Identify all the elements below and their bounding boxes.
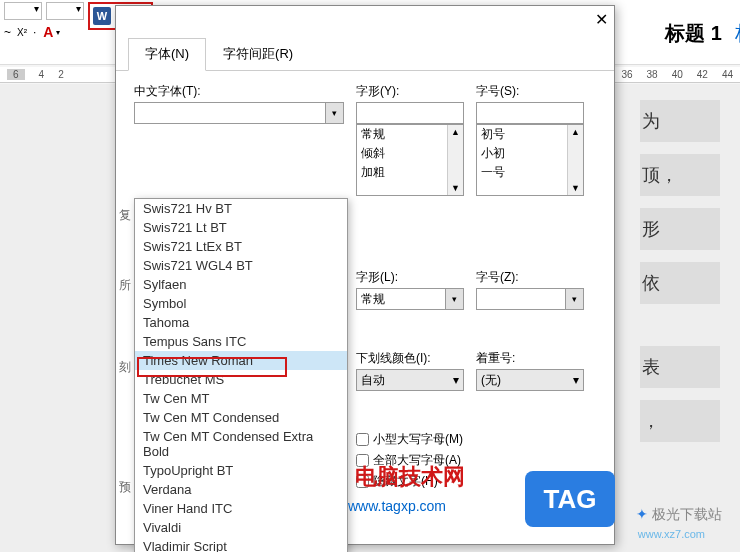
font-option[interactable]: Tw Cen MT xyxy=(135,389,347,408)
font-color-icon[interactable]: A xyxy=(43,24,53,40)
font-option-selected[interactable]: Times New Roman xyxy=(135,351,347,370)
font-option[interactable]: Swis721 LtEx BT xyxy=(135,237,347,256)
underline-color-value: 自动 xyxy=(361,372,385,389)
watermark-url-2: www.xz7.com xyxy=(638,528,705,540)
font-option[interactable]: Sylfaen xyxy=(135,275,347,294)
chevron-down-icon[interactable]: ▾ xyxy=(573,373,579,387)
style-heading1[interactable]: 标题 1 xyxy=(665,20,722,47)
doc-line: 表 xyxy=(640,346,720,388)
ruler-mark: 2 xyxy=(58,69,64,80)
side-char: 预 xyxy=(119,479,131,496)
close-button[interactable]: ✕ xyxy=(595,10,608,29)
font-option[interactable]: Trebuchet MS xyxy=(135,370,347,389)
size-input[interactable] xyxy=(476,102,584,124)
font-option[interactable]: Tw Cen MT Condensed xyxy=(135,408,347,427)
font-option[interactable]: Verdana xyxy=(135,480,347,499)
style-label: 字形(Y): xyxy=(356,83,464,100)
scrollbar[interactable]: ▲ ▼ xyxy=(567,125,583,195)
style-heading2[interactable]: 标 xyxy=(735,20,740,47)
doc-line: 为 xyxy=(640,100,720,142)
style-l-select[interactable]: 常规 ▾ xyxy=(356,288,464,310)
font-option[interactable]: Vivaldi xyxy=(135,518,347,537)
ruler-mark: 40 xyxy=(672,69,683,80)
side-char: 复 xyxy=(119,207,131,224)
font-option[interactable]: Viner Hand ITC xyxy=(135,499,347,518)
scroll-down-icon[interactable]: ▼ xyxy=(569,181,582,195)
superscript-icon[interactable]: X² xyxy=(14,25,30,40)
ruler-mark: 6 xyxy=(7,69,25,80)
size-z-select[interactable]: ▾ xyxy=(476,288,584,310)
doc-line: 依 xyxy=(640,262,720,304)
ruler-mark: 42 xyxy=(697,69,708,80)
font-option[interactable]: Swis721 Lt BT xyxy=(135,218,347,237)
font-name-dd[interactable] xyxy=(4,2,42,20)
font-option[interactable]: Tempus Sans ITC xyxy=(135,332,347,351)
size-z-label: 字号(Z): xyxy=(476,269,584,286)
emphasis-value: (无) xyxy=(481,372,501,389)
style-listbox[interactable]: 常规 倾斜 加粗 ▲ ▼ xyxy=(356,124,464,196)
underline-color-label: 下划线颜色(I): xyxy=(356,350,464,367)
scroll-down-icon[interactable]: ▼ xyxy=(449,181,462,195)
side-char: 所 xyxy=(119,277,131,294)
chevron-down-icon[interactable]: ▾ xyxy=(56,28,60,37)
checkbox-icon[interactable] xyxy=(356,433,369,446)
ruler-mark: 36 xyxy=(621,69,632,80)
font-option[interactable]: Vladimir Script xyxy=(135,537,347,552)
font-option[interactable]: Tw Cen MT Condensed Extra Bold xyxy=(135,427,347,461)
checkbox-label: 小型大写字母(M) xyxy=(373,431,463,448)
font-option[interactable]: Tahoma xyxy=(135,313,347,332)
word-icon: W xyxy=(93,7,111,25)
tab-spacing[interactable]: 字符间距(R) xyxy=(206,38,310,70)
scrollbar[interactable]: ▲ ▼ xyxy=(447,125,463,195)
size-label: 字号(S): xyxy=(476,83,584,100)
small-caps-checkbox[interactable]: 小型大写字母(M) xyxy=(356,431,596,448)
scroll-up-icon[interactable]: ▲ xyxy=(449,125,462,139)
watermark-text-2: 极光下载站 xyxy=(636,506,722,524)
cn-font-label: 中文字体(T): xyxy=(134,83,344,100)
chevron-down-icon[interactable]: ▾ xyxy=(565,289,583,309)
size-listbox[interactable]: 初号 小初 一号 ▲ ▼ xyxy=(476,124,584,196)
dash-icon: ~ xyxy=(4,25,11,39)
ruler-mark: 44 xyxy=(722,69,733,80)
style-l-label: 字形(L): xyxy=(356,269,464,286)
west-font-dropdown-list[interactable]: 复 所 刻 预 Swis721 Hv BT Swis721 Lt BT Swis… xyxy=(134,198,348,552)
style-l-value: 常规 xyxy=(361,291,385,308)
font-size-dd[interactable] xyxy=(46,2,84,20)
side-char: 刻 xyxy=(119,359,131,376)
underline-color-select[interactable]: 自动 ▾ xyxy=(356,369,464,391)
chevron-down-icon[interactable]: ▾ xyxy=(445,289,463,309)
chevron-down-icon[interactable]: ▾ xyxy=(325,103,343,123)
doc-line: 形 xyxy=(640,208,720,250)
emphasis-label: 着重号: xyxy=(476,350,584,367)
tab-row: 字体(N) 字符间距(R) xyxy=(116,38,614,71)
font-option[interactable]: Swis721 Hv BT xyxy=(135,199,347,218)
scroll-up-icon[interactable]: ▲ xyxy=(569,125,582,139)
ruler-mark: 38 xyxy=(647,69,658,80)
chevron-down-icon[interactable]: ▾ xyxy=(453,373,459,387)
font-option[interactable]: Swis721 WGL4 BT xyxy=(135,256,347,275)
tab-font[interactable]: 字体(N) xyxy=(128,38,206,71)
emphasis-select[interactable]: (无) ▾ xyxy=(476,369,584,391)
doc-line: 顶， xyxy=(640,154,720,196)
font-option[interactable]: Symbol xyxy=(135,294,347,313)
document-text: 为 顶， 形 依 表 ， xyxy=(640,100,720,454)
font-option[interactable]: TypoUpright BT xyxy=(135,461,347,480)
watermark-url: www.tagxp.com xyxy=(348,498,446,514)
watermark-text: 电脑技术网 xyxy=(355,462,465,492)
tag-badge: TAG xyxy=(525,471,615,527)
doc-line: ， xyxy=(640,400,720,442)
cn-font-select[interactable]: ▾ xyxy=(134,102,344,124)
dot-icon: · xyxy=(33,25,36,39)
style-input[interactable] xyxy=(356,102,464,124)
ruler-mark: 4 xyxy=(39,69,45,80)
